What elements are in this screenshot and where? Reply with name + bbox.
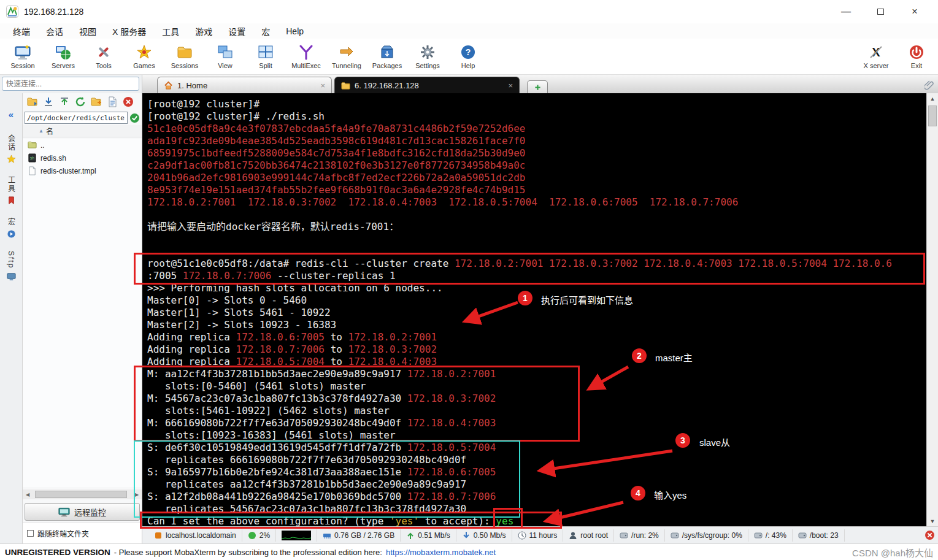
menu-item[interactable]: 工具	[154, 23, 187, 39]
menu-item[interactable]: 终端	[5, 23, 38, 39]
plus-icon	[534, 84, 541, 91]
maximize-button[interactable]	[863, 2, 898, 21]
remote-monitoring-button[interactable]: 远程监控	[25, 503, 140, 521]
collapse-sidebar-button[interactable]: «	[9, 109, 13, 120]
menu-item[interactable]: 设置	[220, 23, 253, 39]
terminal-scrollbar[interactable]: ▲ ▼	[926, 93, 938, 526]
path-input[interactable]	[25, 112, 128, 124]
upload-icon[interactable]	[59, 96, 70, 107]
mobatek-link[interactable]: https://mobaxterm.mobatek.net	[386, 548, 496, 557]
terminal-line: Master[1] -> Slots 5461 - 10922	[147, 307, 926, 319]
toolbar-button-packages[interactable]: Packages	[367, 39, 407, 74]
tab-close-icon[interactable]: ×	[508, 81, 513, 90]
terminal-line: root@51c1e0c05df8:/data# redis-cli --clu…	[147, 258, 926, 270]
toolbar-button-x-server[interactable]: XX server	[856, 39, 896, 74]
file-tree-item[interactable]: ..	[23, 139, 142, 152]
toolbar-label: Packages	[372, 62, 402, 69]
toolbar-button-session[interactable]: Session	[2, 39, 43, 74]
annotation-label-2: master主	[655, 351, 693, 364]
home-icon	[164, 81, 173, 90]
file-tree-item[interactable]: redis-cluster.tmpl	[23, 164, 142, 177]
file-panel-scrollbar[interactable]: ◀ ▶	[23, 489, 142, 499]
error-icon[interactable]	[925, 530, 935, 540]
menu-item[interactable]: X 服务器	[104, 23, 154, 39]
terminal-line: slots:[5461-10922] (5462 slots) master	[147, 405, 926, 417]
terminal-line: ada19fc923de09b4eae3854d525eadb3598c619d…	[147, 135, 926, 147]
footer-text: - Please support MobaXterm by subscribin…	[114, 548, 382, 557]
toolbar-button-tunneling[interactable]: Tunneling	[326, 39, 367, 74]
file-panel: ▲ 名 ..shredis.shredis-cluster.tmpl ◀ ▶ 远…	[22, 93, 142, 543]
new-tab-button[interactable]	[527, 80, 548, 93]
minimize-button[interactable]: —	[829, 2, 863, 21]
toolbar-button-exit[interactable]: Exit	[896, 39, 937, 74]
terminal-tab[interactable]: 1. Home×	[157, 77, 332, 93]
refresh-icon[interactable]	[75, 96, 86, 107]
toolbar-button-split[interactable]: Split	[245, 39, 286, 74]
file-tree-item[interactable]: shredis.sh	[23, 152, 142, 164]
toolbar-button-games[interactable]: Games	[124, 39, 164, 74]
folder-bookmark-icon[interactable]	[27, 96, 38, 107]
status-item: 0.50 Mb/s	[456, 529, 512, 542]
toolbar-button-sessions[interactable]: Sessions	[164, 39, 205, 74]
scroll-left-icon[interactable]: ◀	[23, 492, 33, 497]
terminal-line: 172.18.0.2:7001 172.18.0.3:7002 172.18.0…	[147, 196, 926, 209]
download-icon[interactable]	[43, 96, 54, 107]
new-folder-icon[interactable]	[91, 96, 102, 107]
menu-item[interactable]: 视图	[71, 23, 104, 39]
footer: UNREGISTERED VERSION - Please support Mo…	[0, 543, 938, 560]
sidebar-tab-sessions[interactable]: 会话	[6, 134, 17, 164]
toolbar-button-multiexec[interactable]: MultiExec	[286, 39, 326, 74]
status-item: localhost.localdomain	[148, 529, 242, 542]
svg-text:sh: sh	[30, 156, 34, 160]
terminal-line: c2a9df1ac00fb81c7520bb36474c2138102f0e3b…	[147, 159, 926, 172]
terminal-tab[interactable]: 6. 192.168.21.128×	[334, 77, 520, 93]
file-tree-header[interactable]: ▲ 名	[23, 125, 142, 137]
terminal-line: S: a12f2db08a441b9226a98425e170b0369bdc5…	[147, 491, 926, 503]
tunneling-icon	[339, 44, 355, 60]
toolbar-button-servers[interactable]: Servers	[43, 39, 83, 74]
menu-item[interactable]: Help	[278, 25, 312, 38]
exit-icon	[909, 44, 925, 60]
close-button[interactable]: ×	[898, 2, 932, 21]
paperclip-icon[interactable]	[925, 80, 934, 90]
menu-item[interactable]: 宏	[253, 23, 278, 39]
terminal-output[interactable]: [root@192 cluster]#[root@192 cluster]# .…	[142, 93, 926, 526]
toolbar-button-tools[interactable]: Tools	[83, 39, 124, 74]
toolbar-button-settings[interactable]: Settings	[407, 39, 448, 74]
macro-icon	[7, 229, 16, 239]
terminal-line: [root@192 cluster]# ./redis.sh	[147, 110, 926, 123]
monitor-icon	[58, 507, 70, 517]
terminal-line: >>> Performing hash slots allocation on …	[147, 282, 926, 294]
scroll-thumb[interactable]	[35, 491, 127, 498]
sidebar-tab-macros[interactable]: 宏	[6, 218, 17, 239]
terminal-scroll-thumb[interactable]	[928, 105, 937, 126]
sidebar-tab-sftp[interactable]: Sftp	[7, 251, 16, 281]
toolbar-label: Tools	[96, 62, 112, 69]
path-row	[23, 110, 142, 125]
shell-script-icon: sh	[28, 153, 37, 163]
toolbar-button-help[interactable]: ?Help	[448, 39, 488, 74]
terminal-line: S: 9a165977b16b0e2bfe924c381d73aa388aec1…	[147, 466, 926, 478]
delete-icon[interactable]	[123, 96, 134, 107]
quick-connect-input[interactable]	[2, 77, 139, 91]
toolbar-button-view[interactable]: View	[205, 39, 245, 74]
follow-terminal-checkbox[interactable]	[27, 530, 34, 537]
terminal-line: replicates 54567ac23c07a3c1ba807fc13b3c3…	[147, 503, 926, 515]
status-item	[276, 529, 317, 542]
toolbar-left: SessionServersToolsGamesSessionsViewSpli…	[0, 39, 488, 74]
new-file-icon[interactable]	[107, 96, 118, 107]
scroll-up-icon[interactable]: ▲	[927, 93, 938, 104]
sidebar-tab-tools[interactable]: 工具	[6, 176, 17, 205]
toolbar-label: Help	[461, 62, 475, 69]
menu-item[interactable]: 会话	[38, 23, 71, 39]
upload-status-icon	[406, 531, 415, 540]
tab-close-icon[interactable]: ×	[320, 81, 325, 90]
scroll-down-icon[interactable]: ▼	[927, 516, 938, 526]
terminal-line: Adding replica 172.18.0.7:7006 to 172.18…	[147, 343, 926, 356]
terminal-line: slots:[10923-16383] (5461 slots) master	[147, 429, 926, 442]
disk-icon	[798, 531, 807, 540]
scroll-right-icon[interactable]: ▶	[132, 492, 142, 497]
menu-item[interactable]: 游戏	[187, 23, 220, 39]
view-icon	[217, 44, 233, 60]
scroll-track[interactable]	[33, 489, 132, 499]
